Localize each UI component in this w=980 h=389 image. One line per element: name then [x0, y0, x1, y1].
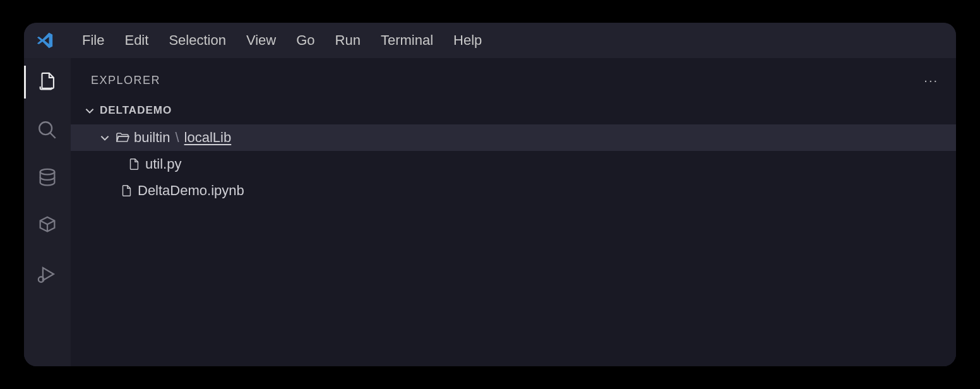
file-tree: builtin \ localLib util.py — [71, 121, 956, 204]
menu-file[interactable]: File — [72, 28, 114, 52]
file-icon — [119, 183, 134, 198]
tree-folder-row[interactable]: builtin \ localLib — [71, 124, 956, 151]
tree-file-row[interactable]: util.py — [71, 151, 956, 177]
menu-view[interactable]: View — [236, 28, 286, 52]
file-icon — [126, 157, 141, 172]
tree-file-row[interactable]: DeltaDemo.ipynb — [71, 177, 956, 204]
chevron-down-icon — [83, 104, 96, 117]
activity-source-control[interactable] — [36, 168, 59, 191]
menu-edit[interactable]: Edit — [114, 28, 158, 52]
panel-header: EXPLORER ··· — [71, 58, 956, 100]
menu-help[interactable]: Help — [443, 28, 492, 52]
window-body: EXPLORER ··· DELTADEMO — [24, 58, 956, 366]
folder-path-separator: \ — [175, 129, 179, 146]
activity-run-debug[interactable] — [36, 264, 59, 287]
svg-point-2 — [40, 169, 55, 175]
panel-title: EXPLORER — [91, 74, 160, 87]
explorer-panel: EXPLORER ··· DELTADEMO — [71, 58, 956, 366]
menu-terminal[interactable]: Terminal — [371, 28, 443, 52]
explorer-section-header[interactable]: DELTADEMO — [71, 100, 956, 121]
svg-marker-3 — [43, 268, 54, 280]
file-name: DeltaDemo.ipynb — [138, 183, 244, 199]
menu-run[interactable]: Run — [325, 28, 371, 52]
files-icon — [37, 71, 58, 95]
chevron-down-icon — [99, 131, 111, 144]
activity-bar — [24, 58, 71, 366]
source-control-icon — [37, 167, 58, 191]
folder-path-prefix: builtin — [134, 129, 170, 146]
search-icon — [37, 119, 58, 143]
activity-extensions[interactable] — [36, 216, 59, 239]
folder-path-leaf: localLib — [184, 129, 232, 146]
svg-point-0 — [39, 122, 52, 135]
panel-more-button[interactable]: ··· — [920, 72, 942, 89]
vscode-window: File Edit Selection View Go Run Terminal… — [24, 23, 956, 366]
menu-selection[interactable]: Selection — [158, 28, 236, 52]
explorer-section-label: DELTADEMO — [100, 104, 172, 117]
extensions-icon — [37, 215, 58, 239]
debug-icon — [37, 263, 58, 287]
folder-open-icon — [115, 130, 130, 145]
vscode-logo-icon — [35, 31, 54, 50]
activity-search[interactable] — [36, 120, 59, 143]
file-name: util.py — [145, 156, 181, 172]
menubar: File Edit Selection View Go Run Terminal… — [24, 23, 956, 58]
menu-go[interactable]: Go — [286, 28, 325, 52]
activity-explorer[interactable] — [36, 72, 59, 95]
svg-line-1 — [50, 133, 56, 138]
